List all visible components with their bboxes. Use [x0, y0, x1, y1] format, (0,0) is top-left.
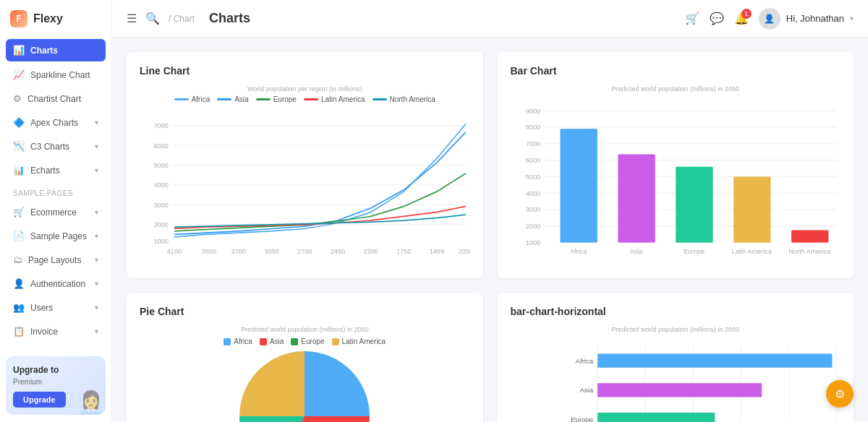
line-chart-legend: Africa Asia Europe Latin America North A… [140, 95, 470, 103]
sidebar-item-users-label: Users [30, 303, 53, 313]
svg-text:5000: 5000 [154, 162, 169, 169]
auth-chevron: ▾ [95, 280, 98, 288]
header: ☰ 🔍 / Chart Charts 🛒 💬 🔔 1 👤 Hi, Johnath… [112, 0, 868, 38]
pie-svg [239, 351, 370, 422]
users-icon: 👥 [13, 302, 25, 313]
sidebar-item-ecommerce[interactable]: 🛒 Ecommerce ▾ [0, 201, 111, 223]
pie-legend-europe: Europe [291, 337, 324, 345]
bar-chart-svg: 9000 8000 7000 6000 5000 4000 3000 2000 … [511, 98, 841, 263]
svg-text:1000: 1000 [525, 239, 540, 246]
invoice-icon: 📋 [13, 326, 25, 337]
legend-latin: Latin America [304, 95, 365, 103]
sidebar-item-sample-pages[interactable]: 📄 Sample Pages ▾ [0, 225, 111, 247]
sidebar-item-apex-label: Apex Charts [30, 118, 78, 128]
sidebar-item-charts[interactable]: 📊 Charts [6, 39, 106, 61]
svg-rect-40 [560, 129, 597, 242]
sidebar-item-invoice[interactable]: 📋 Invoice ▾ [0, 320, 111, 343]
sidebar-item-echarts-label: Echarts [30, 165, 60, 176]
sidebar-item-users[interactable]: 👥 Users ▾ [0, 296, 111, 319]
svg-text:3000: 3000 [525, 206, 540, 213]
sidebar-item-ecommerce-label: Ecommerce [30, 207, 77, 218]
svg-text:Africa: Africa [575, 357, 593, 365]
legend-north: North America [373, 95, 435, 103]
svg-text:3500: 3500 [202, 248, 216, 255]
sparkline-icon: 📈 [13, 69, 25, 80]
sidebar: F Flexy 📊 Charts 📈 Sparkline Chart ⚙ Cha… [0, 0, 112, 422]
user-menu[interactable]: 👤 Hi, Johnathan ▾ [759, 8, 854, 30]
sidebar-item-c3[interactable]: 📉 C3 Charts ▾ [0, 135, 111, 158]
svg-text:3700: 3700 [231, 248, 246, 255]
header-right: 🛒 💬 🔔 1 👤 Hi, Johnathan ▾ [685, 8, 854, 30]
ecommerce-icon: 🛒 [13, 207, 25, 218]
legend-asia: Asia [217, 95, 248, 103]
cart-icon[interactable]: 🛒 [685, 12, 699, 25]
svg-text:2000: 2000 [525, 223, 540, 230]
svg-text:Latin America: Latin America [731, 248, 772, 255]
sidebar-item-sample-pages-label: Sample Pages [30, 231, 87, 241]
line-chart-title: Line Chart [140, 65, 470, 77]
svg-text:Europe: Europe [683, 248, 704, 255]
svg-text:North America: North America [788, 248, 831, 255]
upgrade-figure: 👩‍💼 [77, 389, 104, 415]
svg-text:Europe: Europe [571, 416, 593, 422]
line-chart-card: Line Chart World population per region (… [127, 52, 483, 278]
sidebar-item-echarts[interactable]: 📊 Echarts ▾ [0, 159, 111, 181]
legend-africa: Africa [174, 95, 210, 103]
sidebar-item-chartist[interactable]: ⚙ Chartist Chart [0, 87, 111, 110]
upgrade-box: Upgrade to Premium Upgrade 👩‍💼 [6, 356, 106, 415]
main-content: ☰ 🔍 / Chart Charts 🛒 💬 🔔 1 👤 Hi, Johnath… [112, 0, 868, 422]
sidebar-item-page-layouts[interactable]: 🗂 Page Layouts ▾ [0, 249, 111, 271]
sidebar-item-sparkline-label: Sparkline Chart [30, 70, 90, 80]
chartist-icon: ⚙ [13, 93, 22, 104]
echarts-icon: 📊 [13, 165, 25, 176]
svg-text:2700: 2700 [297, 248, 312, 255]
svg-text:4100: 4100 [167, 248, 182, 255]
pie-chart-container [140, 351, 470, 422]
svg-rect-41 [618, 155, 655, 243]
svg-text:7000: 7000 [525, 140, 540, 147]
svg-text:2450: 2450 [331, 248, 345, 255]
header-left: ☰ 🔍 / Chart Charts [127, 11, 250, 26]
message-icon[interactable]: 💬 [710, 12, 724, 25]
sidebar-item-c3-label: C3 Charts [30, 142, 69, 152]
svg-text:2050: 2050 [459, 248, 470, 255]
pie-chart-title: Pie Chart [140, 306, 470, 317]
sample-pages-chevron: ▾ [95, 232, 98, 240]
pie-chart-legend: Africa Asia Europe Latin America [140, 337, 470, 345]
sidebar-item-apex[interactable]: 🔷 Apex Charts ▾ [0, 111, 111, 134]
bar-horizontal-title: bar-chart-horizontal [511, 306, 841, 317]
pie-chart-subtitle: Predicted world population (millions) in… [140, 326, 470, 333]
upgrade-button[interactable]: Upgrade [13, 392, 66, 408]
svg-rect-59 [597, 384, 762, 397]
sidebar-item-auth[interactable]: 👤 Authentication ▾ [0, 272, 111, 295]
svg-text:7000: 7000 [154, 122, 169, 129]
svg-rect-42 [676, 167, 712, 243]
pie-legend-latin: Latin America [332, 337, 386, 345]
svg-text:1000: 1000 [154, 238, 169, 245]
svg-rect-43 [733, 176, 770, 242]
apex-chevron: ▾ [95, 119, 98, 126]
svg-text:4000: 4000 [154, 181, 169, 189]
svg-text:1750: 1750 [396, 248, 411, 255]
app-name: Flexy [33, 12, 63, 25]
notification-icon[interactable]: 🔔 1 [734, 12, 749, 25]
pie-legend-africa: Africa [224, 337, 252, 345]
bar-horizontal-subtitle: Predicted world population (millions) in… [511, 326, 841, 333]
echarts-chevron: ▾ [95, 166, 98, 174]
c3-chevron: ▾ [95, 142, 98, 150]
svg-rect-61 [597, 413, 715, 422]
auth-icon: 👤 [13, 278, 25, 289]
logo-icon: F [10, 10, 27, 27]
page-layouts-icon: 🗂 [13, 254, 22, 265]
menu-icon[interactable]: ☰ [127, 12, 137, 25]
users-chevron: ▾ [95, 303, 98, 311]
legend-europe: Europe [256, 95, 297, 103]
search-icon[interactable]: 🔍 [145, 12, 160, 25]
svg-rect-44 [791, 231, 828, 243]
floating-settings-button[interactable]: ⚙ [826, 380, 854, 408]
svg-text:Africa: Africa [569, 248, 587, 255]
settings-icon: ⚙ [835, 387, 845, 401]
charts-icon: 📊 [13, 45, 25, 56]
sidebar-item-sparkline[interactable]: 📈 Sparkline Chart [0, 64, 111, 86]
avatar: 👤 [759, 8, 780, 30]
